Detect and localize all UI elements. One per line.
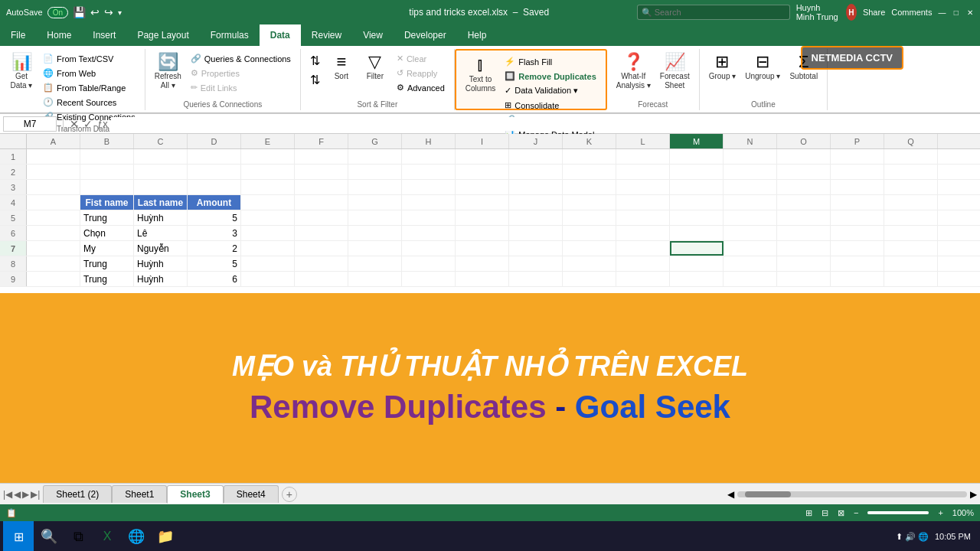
cell-i4[interactable] bbox=[456, 195, 509, 210]
col-header-m[interactable]: M bbox=[670, 134, 724, 148]
cell-g2[interactable] bbox=[348, 165, 402, 179]
cell-b6[interactable]: Chọn bbox=[80, 226, 134, 240]
cell-f7[interactable] bbox=[295, 241, 348, 256]
cell-l1[interactable] bbox=[616, 149, 670, 164]
col-header-p[interactable]: P bbox=[831, 134, 884, 148]
cell-e8[interactable] bbox=[241, 256, 295, 271]
ungroup-button[interactable]: ⊟ Ungroup ▾ bbox=[742, 52, 783, 83]
cell-d7[interactable]: 2 bbox=[188, 241, 241, 256]
get-data-button[interactable]: 📊 GetData ▾ bbox=[6, 52, 37, 92]
cell-o3[interactable] bbox=[777, 180, 831, 194]
cell-d4[interactable]: Amount bbox=[188, 195, 241, 210]
cell-d9[interactable]: 6 bbox=[188, 272, 241, 286]
col-header-b[interactable]: B bbox=[80, 134, 134, 148]
cell-a3[interactable] bbox=[27, 180, 80, 194]
tab-page-layout[interactable]: Page Layout bbox=[126, 24, 199, 46]
sort-button[interactable]: ≡ Sort bbox=[326, 52, 357, 83]
cell-c8[interactable]: Huỳnh bbox=[134, 256, 188, 271]
cell-e4[interactable] bbox=[241, 195, 295, 210]
col-header-h[interactable]: H bbox=[402, 134, 456, 148]
remove-duplicates-button[interactable]: 🔲 Remove Duplicates bbox=[501, 70, 599, 83]
cell-q4[interactable] bbox=[884, 195, 938, 210]
col-header-i[interactable]: I bbox=[456, 134, 509, 148]
cell-k3[interactable] bbox=[563, 180, 616, 194]
cell-n5[interactable] bbox=[724, 210, 777, 225]
sheet-nav-prev[interactable]: ◀ bbox=[14, 489, 21, 500]
cell-p8[interactable] bbox=[831, 256, 884, 271]
cancel-formula-icon[interactable]: ✕ bbox=[70, 118, 79, 130]
cell-l8[interactable] bbox=[616, 256, 670, 271]
cell-k4[interactable] bbox=[563, 195, 616, 210]
cell-i2[interactable] bbox=[456, 165, 509, 179]
cell-a4[interactable] bbox=[27, 195, 80, 210]
comments-button[interactable]: Comments bbox=[891, 8, 932, 17]
cell-q1[interactable] bbox=[884, 149, 938, 164]
cell-b9[interactable]: Trung bbox=[80, 272, 134, 286]
col-header-a[interactable]: A bbox=[27, 134, 80, 148]
cell-o6[interactable] bbox=[777, 226, 831, 240]
cell-e6[interactable] bbox=[241, 226, 295, 240]
tab-formulas[interactable]: Formulas bbox=[200, 24, 260, 46]
cell-i3[interactable] bbox=[456, 180, 509, 194]
group-button[interactable]: ⊞ Group ▾ bbox=[706, 52, 740, 83]
cell-l7[interactable] bbox=[616, 241, 670, 256]
cell-q2[interactable] bbox=[884, 165, 938, 179]
cell-b8[interactable]: Trung bbox=[80, 256, 134, 271]
forecast-button[interactable]: 📈 ForecastSheet bbox=[657, 52, 693, 92]
formula-input[interactable] bbox=[111, 117, 977, 131]
cell-h3[interactable] bbox=[402, 180, 456, 194]
cell-n1[interactable] bbox=[724, 149, 777, 164]
cell-l6[interactable] bbox=[616, 226, 670, 240]
cell-p2[interactable] bbox=[831, 165, 884, 179]
properties-button[interactable]: ⚙ Properties bbox=[188, 67, 294, 80]
cell-l2[interactable] bbox=[616, 165, 670, 179]
quick-access-dropdown[interactable]: ▾ bbox=[118, 8, 122, 17]
sheet-nav-first[interactable]: |◀ bbox=[3, 489, 12, 500]
cell-j8[interactable] bbox=[509, 256, 563, 271]
cell-m9[interactable] bbox=[670, 272, 724, 286]
cell-g4[interactable] bbox=[348, 195, 402, 210]
cell-g8[interactable] bbox=[348, 256, 402, 271]
cell-f9[interactable] bbox=[295, 272, 348, 286]
tab-data[interactable]: Data bbox=[260, 24, 301, 46]
from-table-button[interactable]: 📋 From Table/Range bbox=[40, 81, 139, 94]
cell-j4[interactable] bbox=[509, 195, 563, 210]
cell-b4[interactable]: Fist name bbox=[80, 195, 134, 210]
cell-a6[interactable] bbox=[27, 226, 80, 240]
tab-insert[interactable]: Insert bbox=[82, 24, 126, 46]
col-header-e[interactable]: E bbox=[241, 134, 295, 148]
cell-n9[interactable] bbox=[724, 272, 777, 286]
col-header-o[interactable]: O bbox=[777, 134, 831, 148]
cell-m5[interactable] bbox=[670, 210, 724, 225]
cell-e1[interactable] bbox=[241, 149, 295, 164]
sort-az-button[interactable]: ⇅ bbox=[307, 52, 323, 70]
cell-f2[interactable] bbox=[295, 165, 348, 179]
col-header-f[interactable]: F bbox=[295, 134, 348, 148]
tab-developer[interactable]: Developer bbox=[394, 24, 457, 46]
cell-e5[interactable] bbox=[241, 210, 295, 225]
cell-a8[interactable] bbox=[27, 256, 80, 271]
zoom-slider[interactable] bbox=[867, 511, 929, 514]
view-page-break-icon[interactable]: ⊠ bbox=[838, 508, 844, 518]
search-taskbar-button[interactable]: 🔍 bbox=[35, 523, 63, 550]
cell-m2[interactable] bbox=[670, 165, 724, 179]
insert-function-icon[interactable]: ƒx bbox=[97, 118, 108, 129]
cell-a5[interactable] bbox=[27, 210, 80, 225]
data-validation-button[interactable]: ✓ Data Validation ▾ bbox=[501, 84, 599, 97]
col-header-k[interactable]: K bbox=[563, 134, 616, 148]
from-web-button[interactable]: 🌐 From Web bbox=[40, 67, 139, 80]
cell-c2[interactable] bbox=[134, 165, 188, 179]
tab-view[interactable]: View bbox=[352, 24, 394, 46]
cell-n7[interactable] bbox=[724, 241, 777, 256]
horizontal-scrollbar[interactable] bbox=[737, 491, 967, 497]
cell-m4[interactable] bbox=[670, 195, 724, 210]
cell-g5[interactable] bbox=[348, 210, 402, 225]
cell-h9[interactable] bbox=[402, 272, 456, 286]
col-header-d[interactable]: D bbox=[188, 134, 241, 148]
sort-za-button[interactable]: ⇅ bbox=[307, 71, 323, 89]
cell-f6[interactable] bbox=[295, 226, 348, 240]
cell-c5[interactable]: Huỳnh bbox=[134, 210, 188, 225]
cell-i5[interactable] bbox=[456, 210, 509, 225]
start-button[interactable]: ⊞ bbox=[3, 521, 34, 551]
user-avatar[interactable]: H bbox=[846, 4, 857, 21]
